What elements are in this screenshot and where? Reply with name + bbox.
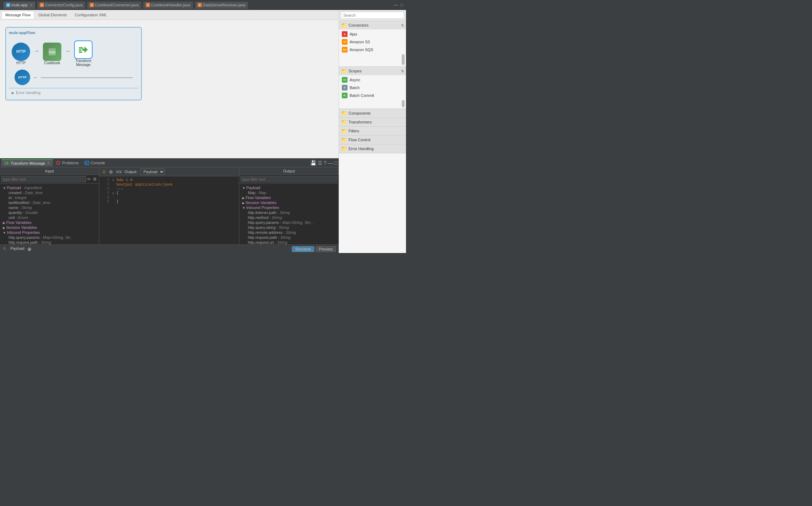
sidebar-item-batch-commit[interactable]: BC Batch Commit xyxy=(339,92,406,99)
tab-global-elements[interactable]: Global Elements xyxy=(34,11,71,19)
output-search[interactable] xyxy=(240,176,338,182)
out-method[interactable]: http.method : String xyxy=(246,215,337,220)
input-panel-header: Input xyxy=(0,167,99,175)
tree-query-params[interactable]: http.query.params : Map<String, Str... xyxy=(7,235,98,240)
tree-inbound-props[interactable]: ▼ Inbound Properties xyxy=(1,230,98,235)
out-request-path[interactable]: http.request.path : String xyxy=(246,235,337,240)
maximize-panel-icon[interactable]: □ xyxy=(334,160,337,166)
cookbook-node[interactable]: Con Cookbook xyxy=(43,43,61,65)
java-icon: J xyxy=(198,3,202,7)
tab-console[interactable]: ▶ Console xyxy=(82,160,108,166)
error-handling-header[interactable]: 📁 Error Handling xyxy=(339,144,406,153)
input-search[interactable] xyxy=(1,176,86,182)
http-out-node[interactable]: HTTP xyxy=(15,70,30,85)
input-tree: ▼ Payload : Ingredient created : Date_ti… xyxy=(0,184,99,244)
list-toolbar-icon[interactable]: ☰ xyxy=(318,160,322,166)
tree-payload[interactable]: ▼ Payload : Ingredient xyxy=(1,185,98,190)
tab-message-flow[interactable]: Message Flow xyxy=(1,11,34,19)
preview-btn[interactable]: Preview xyxy=(316,246,336,252)
transform-tab-active[interactable]: Transform Message ✕ xyxy=(1,159,53,166)
warning-icon: ⚠ xyxy=(102,169,106,174)
output-select[interactable]: Payload xyxy=(140,169,165,175)
out-listener-path[interactable]: http.listener.path : String xyxy=(246,210,337,215)
inbound-children: http.query.params : Map<String, Str... h… xyxy=(7,235,98,244)
out-flow-vars[interactable]: ▶ Flow Variables xyxy=(241,195,337,200)
error-section[interactable]: ▶ Error handling xyxy=(9,88,138,97)
error-handling-folder-icon: 📁 xyxy=(341,146,347,152)
out-tree-map[interactable]: Map : Map xyxy=(246,190,337,195)
add-payload-icon[interactable]: ⊕ xyxy=(27,246,32,252)
payload-collapse[interactable]: ▼ xyxy=(3,186,7,190)
input-settings-btn[interactable]: ⚙ xyxy=(92,176,98,182)
tree-request-path[interactable]: http.request.path : String xyxy=(7,240,98,244)
sidebar-search xyxy=(339,10,406,21)
http-out-icon: HTTP xyxy=(15,70,30,85)
help-toolbar-icon[interactable]: ? xyxy=(324,160,327,166)
add-mapping-btn[interactable]: ⊕ xyxy=(109,169,113,175)
sidebar-item-batch[interactable]: B Batch xyxy=(339,84,406,92)
sidebar-item-async[interactable]: AS Async xyxy=(339,76,406,84)
tab-cookbook-handler[interactable]: J CookbookHandler.java xyxy=(143,1,194,9)
sidebar-item-amazons3[interactable]: S3 Amazon S3 xyxy=(339,38,406,46)
tab-datasense-resolver[interactable]: J DataSenseResolver.java xyxy=(194,1,249,9)
tree-name[interactable]: name : String xyxy=(7,205,98,210)
minimize-button[interactable]: — xyxy=(394,2,398,7)
components-section: 📁 Components xyxy=(339,109,406,118)
output-tree: ▼ Payload Map : Map ▶ Flow Variables xyxy=(239,184,339,244)
out-inbound-props[interactable]: ▼ Inbound Properties xyxy=(241,205,337,210)
transform-node[interactable]: TransformMessage xyxy=(74,40,93,67)
script-mode-btn[interactable]: ≡≡ xyxy=(116,169,122,175)
out-session-vars[interactable]: ▶ Session Variables xyxy=(241,200,337,205)
components-header[interactable]: 📁 Components xyxy=(339,109,406,117)
sidebar-item-amazonsqs[interactable]: SQS Amazon SQS xyxy=(339,46,406,54)
sidebar-item-ajax[interactable]: A Ajax xyxy=(339,30,406,38)
tab-cookbook-connector[interactable]: J CookbookConnector.java xyxy=(87,1,142,9)
collapse-1[interactable]: ⊖ xyxy=(112,178,116,182)
tree-id[interactable]: id : Integer xyxy=(7,195,98,200)
http-label: HTTP xyxy=(16,61,26,65)
code-editor[interactable]: 1 ⊖ %dw 1.0 2 %output application/java 3 xyxy=(99,176,239,244)
tab-problems[interactable]: ! Problems xyxy=(53,160,81,166)
out-tree-payload[interactable]: ▼ Payload xyxy=(241,185,337,190)
tab-close-mule-app[interactable]: ✕ xyxy=(30,3,33,7)
cookbook-svg: Con xyxy=(47,47,57,57)
svg-text:!: ! xyxy=(58,162,59,164)
flow-control-header[interactable]: 📁 Flow Control xyxy=(339,136,406,144)
tree-quantity[interactable]: quantity : Double xyxy=(7,210,98,215)
tree-unit[interactable]: unit : Enum xyxy=(7,215,98,220)
sidebar-search-input[interactable] xyxy=(341,12,404,19)
transform-tab-bar: Transform Message ✕ ! Problems ▶ xyxy=(0,158,339,167)
filters-header[interactable]: 📁 Filters xyxy=(339,127,406,135)
transform-close-icon[interactable]: ✕ xyxy=(47,161,50,165)
input-edit-btn[interactable]: ✏ xyxy=(86,176,92,182)
tree-session-vars[interactable]: ▶ Session Variables xyxy=(1,225,98,230)
tab-mule-app[interactable]: M mule-app ✕ xyxy=(3,1,36,9)
tab-connector-config[interactable]: J ConnectorConfig.java xyxy=(37,1,86,9)
maximize-button[interactable]: □ xyxy=(401,2,403,7)
out-request-uri[interactable]: http.request.uri : String xyxy=(246,240,337,244)
scopes-scrollbar xyxy=(339,99,406,108)
scopes-scroll-thumb[interactable] xyxy=(402,100,405,107)
out-query-params[interactable]: http.query.params : Map<String, Stri... xyxy=(246,220,337,225)
save-toolbar-icon[interactable]: 💾 xyxy=(310,160,316,166)
connectors-header[interactable]: 📁 Connectors ⇅ xyxy=(339,21,406,29)
title-bar: M mule-app ✕ J ConnectorConfig.java J Co… xyxy=(0,0,406,10)
arrow-2: → xyxy=(65,48,71,54)
left-arrow: ← xyxy=(33,75,38,80)
out-remote-address[interactable]: http.remote.address : String xyxy=(246,230,337,235)
tab-configuration-xml[interactable]: Configuration XML xyxy=(71,11,111,19)
tree-created[interactable]: created : Date_time xyxy=(7,190,98,195)
tree-flow-vars[interactable]: ▶ Flow Variables xyxy=(1,220,98,225)
transformers-header[interactable]: 📁 Transformers xyxy=(339,118,406,126)
scopes-header[interactable]: 📁 Scopes ⇅ xyxy=(339,67,406,75)
connectors-scroll-thumb[interactable] xyxy=(402,54,405,65)
code-line-5: 5 xyxy=(99,196,239,199)
java-icon: J xyxy=(146,3,150,7)
out-query-string[interactable]: http.query.string : String xyxy=(246,225,337,230)
minimize-panel-icon[interactable]: — xyxy=(328,160,333,166)
tree-lastmodified[interactable]: lastModified : Date_time xyxy=(7,200,98,205)
structure-btn[interactable]: Structure xyxy=(292,246,314,252)
http-node[interactable]: HTTP HTTP xyxy=(12,43,30,65)
collapse-4[interactable]: ⊖ xyxy=(112,191,116,196)
cookbook-icon: Con xyxy=(43,43,61,61)
